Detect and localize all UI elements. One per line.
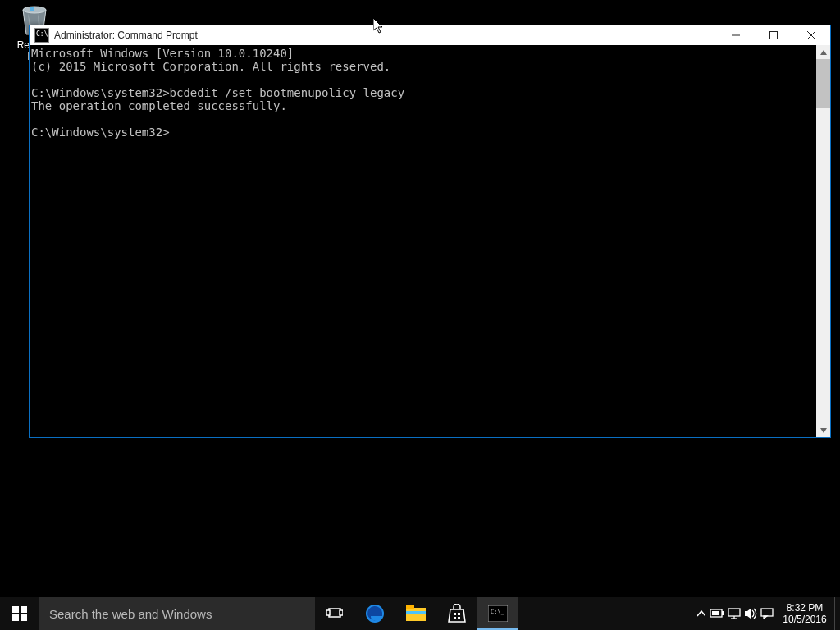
clock-time: 8:32 PM xyxy=(775,602,834,614)
scroll-thumb[interactable] xyxy=(816,59,830,108)
console-area[interactable]: Microsoft Windows [Version 10.0.10240] (… xyxy=(30,45,816,437)
volume-icon xyxy=(744,608,757,619)
chevron-up-icon xyxy=(820,50,827,55)
svg-rect-13 xyxy=(21,606,27,613)
show-desktop-button[interactable] xyxy=(834,597,840,630)
task-view-icon xyxy=(326,607,343,620)
command-prompt-window: Administrator: Command Prompt Microsoft … xyxy=(29,25,831,438)
svg-marker-35 xyxy=(745,609,751,619)
close-button[interactable] xyxy=(792,25,830,45)
tray-overflow-button[interactable] xyxy=(693,597,710,630)
search-placeholder: Search the web and Windows xyxy=(49,607,212,621)
svg-rect-12 xyxy=(12,606,19,613)
scrollbar[interactable] xyxy=(816,45,830,437)
tray-volume[interactable] xyxy=(742,597,759,630)
scroll-track[interactable] xyxy=(816,59,830,423)
svg-rect-16 xyxy=(329,609,340,617)
battery-icon xyxy=(710,609,725,619)
svg-marker-9 xyxy=(820,50,827,55)
scroll-up-button[interactable] xyxy=(816,45,830,59)
network-icon xyxy=(728,608,741,619)
minimize-button[interactable] xyxy=(717,25,755,45)
svg-rect-17 xyxy=(326,610,330,615)
chevron-up-icon xyxy=(697,610,705,617)
svg-rect-30 xyxy=(722,611,724,615)
svg-rect-26 xyxy=(458,617,460,619)
svg-point-4 xyxy=(30,7,34,11)
svg-rect-20 xyxy=(406,608,426,621)
svg-rect-32 xyxy=(728,609,740,616)
task-view-button[interactable] xyxy=(315,597,354,630)
maximize-icon xyxy=(769,31,778,39)
windows-logo-icon xyxy=(12,606,27,621)
store-icon xyxy=(447,604,467,623)
start-button[interactable] xyxy=(0,597,39,630)
svg-text:C:\_: C:\_ xyxy=(491,609,505,615)
svg-rect-22 xyxy=(406,611,426,614)
close-icon xyxy=(807,31,815,39)
command-prompt-icon xyxy=(34,28,49,43)
system-tray xyxy=(690,597,775,630)
svg-rect-31 xyxy=(712,611,719,615)
svg-rect-36 xyxy=(761,609,773,616)
tray-battery[interactable] xyxy=(710,597,726,630)
taskbar-app-file-explorer[interactable] xyxy=(395,597,436,630)
taskbar: Search the web and Windows xyxy=(0,597,840,630)
svg-rect-25 xyxy=(454,617,456,619)
minimize-icon xyxy=(732,31,740,39)
folder-icon xyxy=(405,605,427,623)
svg-point-1 xyxy=(23,7,46,13)
svg-rect-6 xyxy=(770,32,778,39)
tray-action-center[interactable] xyxy=(759,597,775,630)
titlebar[interactable]: Administrator: Command Prompt xyxy=(30,25,830,45)
svg-marker-10 xyxy=(820,428,827,433)
svg-rect-21 xyxy=(406,605,414,609)
svg-rect-18 xyxy=(340,610,343,615)
clock-date: 10/5/2016 xyxy=(775,614,834,625)
svg-rect-23 xyxy=(454,613,456,615)
svg-rect-14 xyxy=(12,614,19,621)
chevron-down-icon xyxy=(820,428,827,433)
action-center-icon xyxy=(760,608,774,619)
taskbar-app-edge[interactable] xyxy=(354,597,395,630)
desktop: Recycle Bin Administrator: Command Promp… xyxy=(0,0,840,630)
taskbar-app-command-prompt[interactable]: C:\_ xyxy=(477,597,518,630)
svg-rect-15 xyxy=(21,614,27,621)
taskbar-app-store[interactable] xyxy=(436,597,477,630)
scroll-down-button[interactable] xyxy=(816,423,830,437)
edge-icon xyxy=(364,603,386,624)
svg-rect-24 xyxy=(458,613,460,615)
maximize-button[interactable] xyxy=(755,25,792,45)
window-buttons xyxy=(717,25,830,45)
command-prompt-icon: C:\_ xyxy=(488,605,508,622)
tray-network[interactable] xyxy=(726,597,742,630)
svg-marker-37 xyxy=(764,616,767,619)
taskbar-clock[interactable]: 8:32 PM 10/5/2016 xyxy=(775,597,834,630)
search-input[interactable]: Search the web and Windows xyxy=(39,597,315,630)
console-output: Microsoft Windows [Version 10.0.10240] (… xyxy=(31,47,813,139)
window-title: Administrator: Command Prompt xyxy=(54,30,717,41)
